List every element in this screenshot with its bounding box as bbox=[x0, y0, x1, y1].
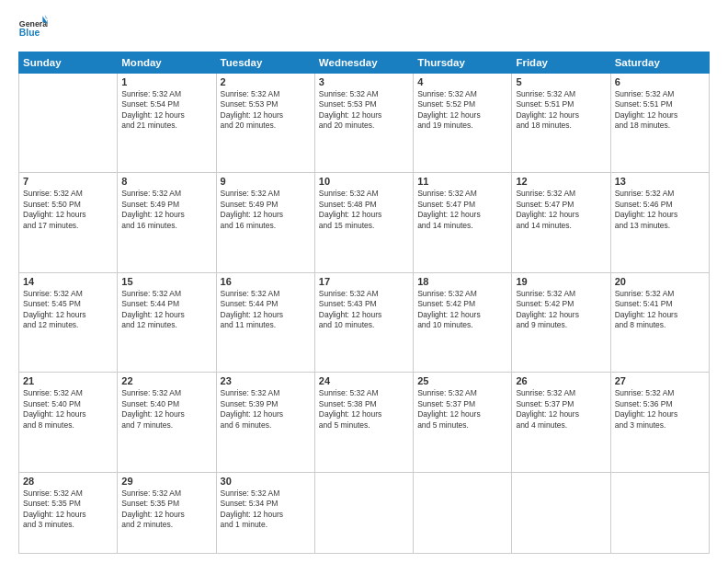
day-number: 27 bbox=[615, 375, 705, 386]
day-number: 22 bbox=[121, 375, 211, 386]
calendar-cell: 10Sunrise: 5:32 AMSunset: 5:48 PMDayligh… bbox=[314, 173, 413, 272]
calendar-cell: 26Sunrise: 5:32 AMSunset: 5:37 PMDayligh… bbox=[512, 373, 610, 472]
day-number: 20 bbox=[615, 276, 705, 287]
day-number: 6 bbox=[615, 76, 705, 87]
cell-info: Sunrise: 5:32 AMSunset: 5:42 PMDaylight:… bbox=[516, 289, 606, 331]
calendar-cell: 13Sunrise: 5:32 AMSunset: 5:46 PMDayligh… bbox=[610, 173, 709, 272]
cell-info: Sunrise: 5:32 AMSunset: 5:49 PMDaylight:… bbox=[121, 189, 211, 231]
cell-info: Sunrise: 5:32 AMSunset: 5:47 PMDaylight:… bbox=[516, 189, 606, 231]
cell-info: Sunrise: 5:32 AMSunset: 5:50 PMDaylight:… bbox=[23, 189, 113, 231]
calendar-row-4: 28Sunrise: 5:32 AMSunset: 5:35 PMDayligh… bbox=[19, 472, 710, 553]
day-number: 2 bbox=[221, 76, 311, 87]
day-number: 18 bbox=[417, 276, 507, 287]
day-number: 11 bbox=[417, 176, 507, 187]
day-number: 15 bbox=[121, 276, 211, 287]
header: General Blue bbox=[18, 15, 710, 44]
weekday-header-thursday: Thursday bbox=[414, 52, 512, 74]
cell-info: Sunrise: 5:32 AMSunset: 5:49 PMDaylight:… bbox=[221, 189, 311, 231]
day-number: 13 bbox=[615, 176, 705, 187]
calendar-row-2: 14Sunrise: 5:32 AMSunset: 5:45 PMDayligh… bbox=[19, 272, 710, 372]
calendar-row-3: 21Sunrise: 5:32 AMSunset: 5:40 PMDayligh… bbox=[19, 373, 710, 472]
cell-info: Sunrise: 5:32 AMSunset: 5:37 PMDaylight:… bbox=[417, 388, 507, 431]
cell-info: Sunrise: 5:32 AMSunset: 5:48 PMDaylight:… bbox=[319, 189, 409, 231]
day-number: 25 bbox=[417, 375, 507, 386]
cell-info: Sunrise: 5:32 AMSunset: 5:36 PMDaylight:… bbox=[615, 388, 705, 431]
day-number: 7 bbox=[23, 176, 113, 187]
calendar-cell: 28Sunrise: 5:32 AMSunset: 5:35 PMDayligh… bbox=[19, 472, 118, 553]
calendar-cell: 4Sunrise: 5:32 AMSunset: 5:52 PMDaylight… bbox=[414, 74, 512, 173]
cell-info: Sunrise: 5:32 AMSunset: 5:40 PMDaylight:… bbox=[23, 388, 113, 431]
calendar-cell: 21Sunrise: 5:32 AMSunset: 5:40 PMDayligh… bbox=[19, 373, 118, 472]
calendar-cell: 23Sunrise: 5:32 AMSunset: 5:39 PMDayligh… bbox=[216, 373, 314, 472]
cell-info: Sunrise: 5:32 AMSunset: 5:38 PMDaylight:… bbox=[319, 388, 409, 431]
day-number: 16 bbox=[221, 276, 311, 287]
day-number: 3 bbox=[319, 76, 409, 87]
calendar-cell: 3Sunrise: 5:32 AMSunset: 5:53 PMDaylight… bbox=[314, 74, 413, 173]
cell-info: Sunrise: 5:32 AMSunset: 5:51 PMDaylight:… bbox=[516, 89, 606, 132]
page: General Blue SundayMondayTuesdayWednesda… bbox=[0, 0, 728, 563]
day-number: 14 bbox=[23, 276, 113, 287]
day-number: 26 bbox=[516, 375, 606, 386]
calendar-cell: 9Sunrise: 5:32 AMSunset: 5:49 PMDaylight… bbox=[216, 173, 314, 272]
cell-info: Sunrise: 5:32 AMSunset: 5:40 PMDaylight:… bbox=[121, 388, 211, 431]
weekday-header-row: SundayMondayTuesdayWednesdayThursdayFrid… bbox=[19, 52, 710, 74]
weekday-header-friday: Friday bbox=[512, 52, 610, 74]
calendar-cell: 29Sunrise: 5:32 AMSunset: 5:35 PMDayligh… bbox=[118, 472, 216, 553]
cell-info: Sunrise: 5:32 AMSunset: 5:44 PMDaylight:… bbox=[221, 289, 311, 331]
cell-info: Sunrise: 5:32 AMSunset: 5:35 PMDaylight:… bbox=[121, 488, 211, 531]
day-number: 17 bbox=[319, 276, 409, 287]
calendar-row-0: 1Sunrise: 5:32 AMSunset: 5:54 PMDaylight… bbox=[19, 74, 710, 173]
calendar-cell: 11Sunrise: 5:32 AMSunset: 5:47 PMDayligh… bbox=[414, 173, 512, 272]
calendar-cell bbox=[314, 472, 413, 553]
calendar-cell: 12Sunrise: 5:32 AMSunset: 5:47 PMDayligh… bbox=[512, 173, 610, 272]
cell-info: Sunrise: 5:32 AMSunset: 5:37 PMDaylight:… bbox=[516, 388, 606, 431]
day-number: 28 bbox=[23, 476, 113, 487]
weekday-header-wednesday: Wednesday bbox=[314, 52, 413, 74]
cell-info: Sunrise: 5:32 AMSunset: 5:53 PMDaylight:… bbox=[319, 89, 409, 132]
calendar-cell: 17Sunrise: 5:32 AMSunset: 5:43 PMDayligh… bbox=[314, 272, 413, 372]
calendar-table: SundayMondayTuesdayWednesdayThursdayFrid… bbox=[18, 52, 710, 554]
cell-info: Sunrise: 5:32 AMSunset: 5:47 PMDaylight:… bbox=[417, 189, 507, 231]
day-number: 30 bbox=[221, 476, 311, 487]
day-number: 19 bbox=[516, 276, 606, 287]
cell-info: Sunrise: 5:32 AMSunset: 5:39 PMDaylight:… bbox=[221, 388, 311, 431]
day-number: 5 bbox=[516, 76, 606, 87]
cell-info: Sunrise: 5:32 AMSunset: 5:41 PMDaylight:… bbox=[615, 289, 705, 331]
day-number: 21 bbox=[23, 375, 113, 386]
cell-info: Sunrise: 5:32 AMSunset: 5:46 PMDaylight:… bbox=[615, 189, 705, 231]
calendar-cell: 22Sunrise: 5:32 AMSunset: 5:40 PMDayligh… bbox=[118, 373, 216, 472]
calendar-cell: 2Sunrise: 5:32 AMSunset: 5:53 PMDaylight… bbox=[216, 74, 314, 173]
calendar-row-1: 7Sunrise: 5:32 AMSunset: 5:50 PMDaylight… bbox=[19, 173, 710, 272]
calendar-cell: 27Sunrise: 5:32 AMSunset: 5:36 PMDayligh… bbox=[610, 373, 709, 472]
cell-info: Sunrise: 5:32 AMSunset: 5:42 PMDaylight:… bbox=[417, 289, 507, 331]
cell-info: Sunrise: 5:32 AMSunset: 5:52 PMDaylight:… bbox=[417, 89, 507, 132]
logo-icon: General Blue bbox=[18, 15, 48, 44]
calendar-cell: 18Sunrise: 5:32 AMSunset: 5:42 PMDayligh… bbox=[414, 272, 512, 372]
calendar-cell: 7Sunrise: 5:32 AMSunset: 5:50 PMDaylight… bbox=[19, 173, 118, 272]
calendar-cell bbox=[610, 472, 709, 553]
day-number: 8 bbox=[121, 176, 211, 187]
weekday-header-sunday: Sunday bbox=[19, 52, 118, 74]
day-number: 24 bbox=[319, 375, 409, 386]
calendar-cell: 16Sunrise: 5:32 AMSunset: 5:44 PMDayligh… bbox=[216, 272, 314, 372]
day-number: 4 bbox=[417, 76, 507, 87]
day-number: 23 bbox=[221, 375, 311, 386]
day-number: 12 bbox=[516, 176, 606, 187]
calendar-cell: 1Sunrise: 5:32 AMSunset: 5:54 PMDaylight… bbox=[118, 74, 216, 173]
cell-info: Sunrise: 5:32 AMSunset: 5:34 PMDaylight:… bbox=[221, 488, 311, 531]
calendar-cell: 5Sunrise: 5:32 AMSunset: 5:51 PMDaylight… bbox=[512, 74, 610, 173]
cell-info: Sunrise: 5:32 AMSunset: 5:44 PMDaylight:… bbox=[121, 289, 211, 331]
cell-info: Sunrise: 5:32 AMSunset: 5:54 PMDaylight:… bbox=[121, 89, 211, 132]
logo: General Blue bbox=[18, 15, 48, 44]
weekday-header-saturday: Saturday bbox=[610, 52, 709, 74]
calendar-cell: 25Sunrise: 5:32 AMSunset: 5:37 PMDayligh… bbox=[414, 373, 512, 472]
weekday-header-monday: Monday bbox=[118, 52, 216, 74]
day-number: 1 bbox=[121, 76, 211, 87]
calendar-cell: 14Sunrise: 5:32 AMSunset: 5:45 PMDayligh… bbox=[19, 272, 118, 372]
calendar-cell bbox=[414, 472, 512, 553]
calendar-cell: 20Sunrise: 5:32 AMSunset: 5:41 PMDayligh… bbox=[610, 272, 709, 372]
calendar-cell bbox=[19, 74, 118, 173]
calendar-cell: 24Sunrise: 5:32 AMSunset: 5:38 PMDayligh… bbox=[314, 373, 413, 472]
calendar-cell: 15Sunrise: 5:32 AMSunset: 5:44 PMDayligh… bbox=[118, 272, 216, 372]
calendar-cell: 30Sunrise: 5:32 AMSunset: 5:34 PMDayligh… bbox=[216, 472, 314, 553]
